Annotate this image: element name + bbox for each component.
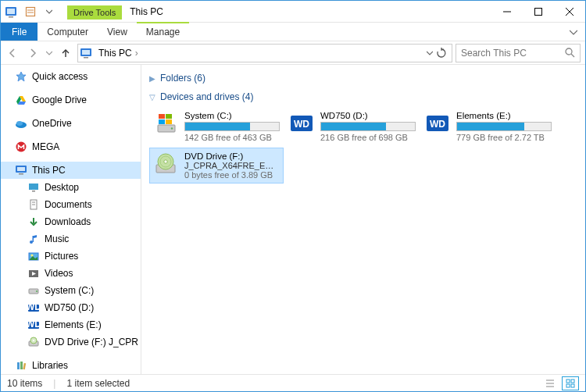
sidebar-item-onedrive[interactable]: OneDrive <box>1 115 141 132</box>
minimize-button[interactable] <box>491 1 523 22</box>
sidebar-item-pictures[interactable]: Pictures <box>1 248 141 265</box>
drive-capacity-bar <box>456 122 552 131</box>
sidebar-item-mega[interactable]: MEGA <box>1 138 141 155</box>
svg-rect-64 <box>166 119 172 124</box>
sidebar-item-this-pc[interactable]: This PC <box>1 162 141 179</box>
svg-rect-62 <box>166 114 172 119</box>
windows-drive-icon <box>153 111 178 136</box>
sidebar-item-label: Pictures <box>45 251 78 262</box>
drive-tile-e[interactable]: WDElements (E:)779 GB free of 2.72 TB <box>421 107 556 146</box>
refresh-button[interactable] <box>436 48 447 59</box>
svg-rect-61 <box>159 114 165 119</box>
status-item-count: 10 items <box>7 378 42 389</box>
sidebar-item-drive-d[interactable]: WDWD750 (D:) <box>1 299 141 316</box>
qat-properties-icon[interactable] <box>22 3 39 20</box>
svg-point-45 <box>33 340 34 341</box>
sidebar-item-documents[interactable]: Documents <box>1 196 141 213</box>
titlebar: Drive Tools This PC <box>1 1 585 23</box>
wd-drive-icon: WD <box>27 319 40 331</box>
videos-icon <box>27 267 40 280</box>
drive-name: WD750 (D:) <box>320 111 416 120</box>
up-button[interactable] <box>57 45 74 62</box>
sidebar-item-libraries[interactable]: Libraries <box>1 357 141 374</box>
chevron-right-icon: ▶ <box>149 74 155 83</box>
sidebar-item-music[interactable]: Music <box>1 230 141 248</box>
qat-dropdown-icon[interactable] <box>41 3 58 20</box>
svg-rect-2 <box>9 16 13 18</box>
drive-tile-c[interactable]: System (C:)142 GB free of 463 GB <box>149 107 284 146</box>
sidebar-item-label: OneDrive <box>32 118 72 129</box>
ribbon-tab-view[interactable]: View <box>98 23 137 41</box>
svg-rect-48 <box>23 363 26 369</box>
svg-rect-13 <box>84 57 88 59</box>
address-bar[interactable]: This PC › <box>77 44 452 62</box>
back-button[interactable] <box>4 45 21 62</box>
sidebar-item-label: Desktop <box>45 182 79 193</box>
recent-locations-dropdown[interactable] <box>45 45 54 62</box>
wd-drive-icon: WD <box>27 301 40 314</box>
svg-rect-26 <box>29 184 38 190</box>
drive-volume-label: J_CPRA_X64FRE_EN-US_DV5 <box>184 161 280 170</box>
svg-point-21 <box>16 121 23 126</box>
breadcrumb-this-pc[interactable]: This PC › <box>95 48 141 59</box>
svg-point-34 <box>31 255 34 257</box>
breadcrumb-chevron-icon: › <box>135 48 138 59</box>
view-details-button[interactable] <box>541 376 559 390</box>
ribbon-tab-computer[interactable]: Computer <box>38 23 98 41</box>
group-header-devices[interactable]: ▽ Devices and drives (4) <box>149 88 577 107</box>
svg-point-60 <box>171 127 173 129</box>
svg-rect-24 <box>17 167 25 171</box>
sidebar-item-label: This PC <box>32 165 66 176</box>
drive-tile-d[interactable]: WDWD750 (D:)216 GB free of 698 GB <box>285 107 420 146</box>
svg-rect-25 <box>19 173 23 175</box>
chevron-down-icon: ▽ <box>149 93 155 102</box>
drive-tile-f[interactable]: DVD Drive (F:)J_CPRA_X64FRE_EN-US_DV50 b… <box>149 148 284 184</box>
file-list[interactable]: ▶ Folders (6) ▽ Devices and drives (4) S… <box>141 65 585 374</box>
sidebar-item-videos[interactable]: Videos <box>1 265 141 282</box>
sidebar-item-drive-c[interactable]: System (C:) <box>1 282 141 299</box>
sidebar-item-drive-e[interactable]: WDElements (E:) <box>1 316 141 333</box>
svg-point-72 <box>164 160 167 163</box>
status-selected-count: 1 item selected <box>66 378 130 389</box>
ribbon-tab-manage[interactable]: Manage <box>137 22 189 41</box>
mega-icon <box>15 141 27 153</box>
svg-rect-78 <box>566 384 570 387</box>
navigation-tree[interactable]: Quick access Google Drive OneDrive MEGA <box>1 65 141 374</box>
svg-rect-7 <box>535 8 542 15</box>
sidebar-item-quick-access[interactable]: Quick access <box>1 68 141 85</box>
search-icon <box>565 48 575 58</box>
ribbon: File Computer View Manage <box>1 23 585 41</box>
svg-point-14 <box>566 48 572 55</box>
sidebar-item-label: Elements (E:) <box>45 319 102 330</box>
ribbon-tab-file[interactable]: File <box>1 23 38 41</box>
drive-capacity-bar <box>184 122 280 131</box>
svg-text:WD: WD <box>294 119 309 130</box>
sidebar-item-google-drive[interactable]: Google Drive <box>1 91 141 109</box>
svg-point-38 <box>36 290 38 292</box>
svg-text:WD: WD <box>28 303 39 312</box>
search-input[interactable] <box>461 48 563 59</box>
sidebar-item-desktop[interactable]: Desktop <box>1 179 141 196</box>
sidebar-item-drive-f[interactable]: DVD Drive (F:) J_CPR <box>1 333 141 351</box>
group-header-folders[interactable]: ▶ Folders (6) <box>149 69 577 88</box>
svg-rect-46 <box>17 362 20 369</box>
ribbon-expand-icon[interactable] <box>562 23 585 41</box>
address-history-dropdown[interactable] <box>427 50 433 56</box>
svg-rect-76 <box>566 380 570 383</box>
search-box[interactable] <box>456 44 581 62</box>
wd-drive-icon: WD <box>425 111 450 136</box>
sidebar-item-label: Videos <box>45 268 73 279</box>
forward-button[interactable] <box>24 45 41 62</box>
close-button[interactable] <box>554 1 585 22</box>
svg-marker-16 <box>16 72 26 81</box>
google-drive-icon <box>15 94 27 106</box>
maximize-button[interactable] <box>523 1 554 22</box>
dvd-drive-icon <box>27 336 40 348</box>
wd-drive-icon: WD <box>289 111 314 136</box>
drive-free-space: 779 GB free of 2.72 TB <box>456 133 552 142</box>
sidebar-item-downloads[interactable]: Downloads <box>1 213 141 230</box>
sidebar-item-label: Documents <box>45 199 92 210</box>
view-tiles-button[interactable] <box>562 376 579 390</box>
sidebar-item-label: System (C:) <box>45 285 94 296</box>
sidebar-item-label: DVD Drive (F:) J_CPR <box>45 337 138 347</box>
